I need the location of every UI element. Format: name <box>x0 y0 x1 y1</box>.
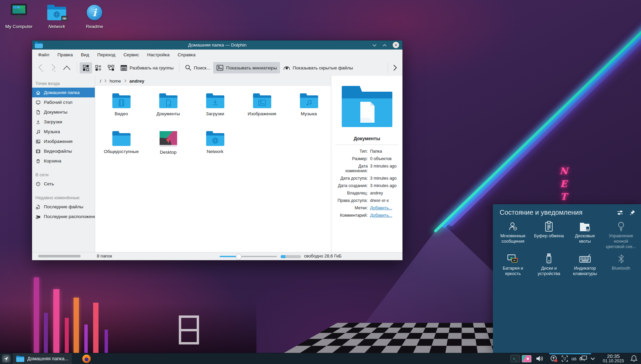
tray-updates[interactable] <box>550 353 558 364</box>
zoom-slider-handle[interactable] <box>236 254 242 260</box>
desktop-icon-my-computer[interactable]: My Computer <box>3 2 34 29</box>
keyboard-layout-indicator[interactable]: us <box>572 353 577 364</box>
show-hidden-button[interactable]: Показывать скрытые файлы <box>280 62 356 73</box>
sidebar-item-downloads[interactable]: Загрузки <box>32 117 95 127</box>
folder-item-desktop[interactable]: Desktop <box>145 130 192 168</box>
back-button[interactable] <box>35 62 46 74</box>
tray-expand-button[interactable] <box>590 353 595 364</box>
tray-volume[interactable] <box>536 353 544 364</box>
menu-help[interactable]: Справка <box>174 51 200 59</box>
close-button[interactable]: ✕ <box>393 42 399 48</box>
pin-icon[interactable] <box>629 209 636 216</box>
speaker-icon <box>536 355 544 362</box>
toolbar: Разбивать на группы Поиск... Показывать … <box>32 60 402 76</box>
up-button[interactable] <box>60 63 73 72</box>
tray-screen-region[interactable] <box>561 353 568 364</box>
tray-network[interactable] <box>579 353 588 364</box>
folder-item-documents[interactable]: Документы <box>145 92 192 130</box>
tree-view-button[interactable] <box>105 62 117 73</box>
selected-folder-icon <box>342 86 392 127</box>
sidebar-item-label: Корзина <box>44 158 61 163</box>
maximize-button[interactable] <box>382 42 388 48</box>
horizontal-scrollbar[interactable] <box>38 255 81 257</box>
panel-item-battery[interactable]: Батарея и яркость <box>495 252 531 286</box>
forward-button[interactable] <box>48 62 59 74</box>
digital-clock[interactable]: 20:35 01.10.2023 <box>596 354 630 363</box>
menu-tools[interactable]: Сервис <box>119 51 143 59</box>
folder-view[interactable]: Видео Документы Загрузки <box>95 86 331 252</box>
panel-item-label: Индикатор клавиатуры <box>569 266 602 276</box>
split-groups-button[interactable]: Разбивать на группы <box>117 62 177 73</box>
places-section-header: В сети <box>32 170 95 179</box>
desktop-icon-network[interactable]: Network <box>41 2 72 29</box>
info-label: Тип: <box>335 149 368 154</box>
divider <box>335 145 398 145</box>
sidebar-item-documents[interactable]: Документы <box>32 107 95 117</box>
folder-label: Загрузки <box>206 111 224 116</box>
toolbar-overflow-button[interactable] <box>390 63 400 73</box>
configure-icon[interactable] <box>617 209 623 216</box>
minimize-button[interactable] <box>371 42 378 48</box>
globe-glyph <box>211 136 219 145</box>
sidebar-item-home[interactable]: Домашняя папка <box>32 88 95 97</box>
menu-view[interactable]: Вид <box>77 51 93 59</box>
panel-item-devices[interactable]: Диски и устройства <box>531 252 567 286</box>
breadcrumb-home[interactable]: home <box>110 79 121 84</box>
details-view-button[interactable] <box>92 62 105 73</box>
folder-item-downloads[interactable]: Загрузки <box>192 92 239 130</box>
tray-terminal[interactable]: >_ <box>510 353 520 364</box>
film-glyph <box>118 99 125 107</box>
panel-item-night-color[interactable]: Управление ночной цветовой схе... <box>603 220 639 252</box>
info-value: drwxr-xr-x <box>370 198 398 203</box>
bluetooth-icon <box>617 252 625 266</box>
folder-item-pictures[interactable]: Изображения <box>239 92 285 130</box>
sidebar-item-pictures[interactable]: Изображения <box>32 136 95 146</box>
panel-item-disk-quota[interactable]: Дисковые квоты <box>567 220 603 252</box>
panel-item-messages[interactable]: Мгновенные сообщения <box>495 220 531 252</box>
tray-display[interactable] <box>522 353 531 364</box>
panel-item-clipboard[interactable]: Буфер обмена <box>531 220 567 252</box>
add-tags-link[interactable]: Добавить... <box>370 206 398 210</box>
folder-item-music[interactable]: Музыка <box>285 92 331 130</box>
sidebar-item-label: Изображения <box>44 139 73 144</box>
firefox-icon[interactable] <box>82 355 91 363</box>
desktop-icon-readme[interactable]: i Readme <box>79 2 110 29</box>
folder-item-network[interactable]: Network <box>192 130 239 168</box>
info-value: Папка <box>370 149 398 154</box>
search-button[interactable]: Поиск... <box>182 62 214 73</box>
breadcrumb-current[interactable]: andrey <box>130 79 144 84</box>
titlebar[interactable]: Домашняя папка — Dolphin ✕ <box>32 40 402 50</box>
add-comment-link[interactable]: Добавить... <box>370 213 398 218</box>
sidebar-item-trash[interactable]: Корзина <box>32 156 95 166</box>
menu-go[interactable]: Переход <box>93 51 119 59</box>
sidebar-item-recent-files[interactable]: Последние файлы <box>32 202 95 212</box>
info-label: Метки: <box>335 206 368 210</box>
sidebar-item-desktop[interactable]: Рабочий стол <box>32 97 95 107</box>
breadcrumb-root[interactable]: / <box>100 79 101 84</box>
sidebar-item-network[interactable]: Сеть <box>32 179 95 189</box>
menu-settings[interactable]: Настройка <box>143 51 173 59</box>
panel-item-bluetooth[interactable]: Bluetooth <box>603 252 639 286</box>
folder-item-public[interactable]: Общедоступные <box>98 130 145 168</box>
folder-item-video[interactable]: Видео <box>98 92 145 130</box>
zoom-slider[interactable] <box>220 256 277 257</box>
toolbar-separator <box>179 63 179 73</box>
icons-view-button[interactable] <box>80 62 92 73</box>
folder-label: Видео <box>115 111 128 116</box>
panel-item-keyboard[interactable]: Индикатор клавиатуры <box>567 252 603 286</box>
taskbar-task-dolphin[interactable]: Домашняя папка... <box>13 353 72 364</box>
show-previews-button[interactable]: Показывать миниатюры <box>213 62 280 73</box>
night-color-icon <box>617 220 625 233</box>
desktop-icon-label: Readme <box>86 24 103 29</box>
tray-notifications[interactable] <box>630 353 638 364</box>
application-launcher-button[interactable] <box>2 354 11 363</box>
sidebar-item-music[interactable]: Музыка <box>32 127 95 136</box>
window-content: Точки входа Домашняя папка Рабочий стол … <box>32 76 402 252</box>
menu-file[interactable]: Файл <box>34 51 53 59</box>
home-icon <box>35 90 41 95</box>
sidebar-item-videos[interactable]: Видеофайлы <box>32 146 95 156</box>
menu-edit[interactable]: Правка <box>53 51 77 59</box>
sidebar-item-recent-locations[interactable]: Последние расположения <box>32 212 95 221</box>
info-label: Дата доступа: <box>335 176 368 181</box>
info-label: Владелец: <box>335 191 368 195</box>
